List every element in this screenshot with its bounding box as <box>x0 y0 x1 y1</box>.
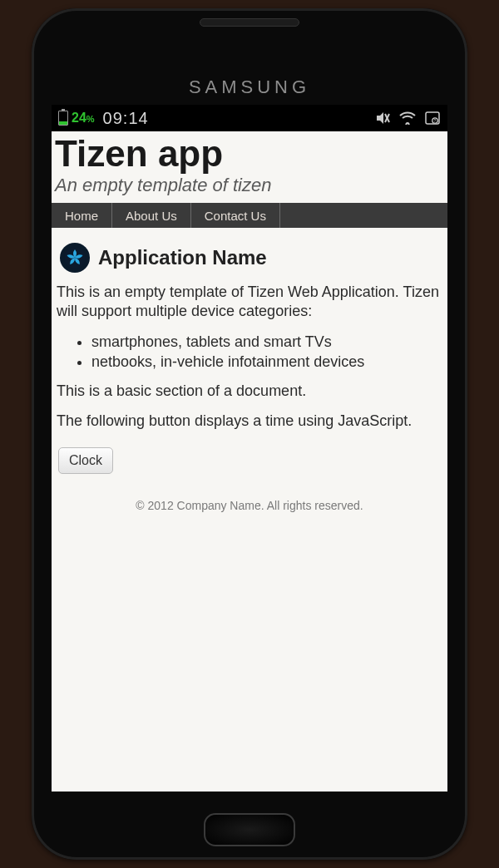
screen: 24% 09:14 ? Tizen app An empty template … <box>52 105 447 792</box>
nav-about[interactable]: About Us <box>112 203 191 228</box>
battery-icon <box>58 111 68 126</box>
nav-home[interactable]: Home <box>52 203 112 228</box>
sync-icon: ? <box>424 111 441 126</box>
percent-sign: % <box>86 114 95 124</box>
battery-fill <box>59 121 67 125</box>
button-description: The following button displays a time usi… <box>57 412 442 431</box>
vibrate-icon <box>374 111 391 126</box>
app-viewport: Tizen app An empty template of tizen Hom… <box>52 133 447 512</box>
nav-contact[interactable]: Contact Us <box>191 203 280 228</box>
intro-text: This is an empty template of Tizen Web A… <box>57 283 442 322</box>
status-time: 09:14 <box>103 109 149 128</box>
app-logo-icon <box>60 243 90 273</box>
device-list: smartphones, tablets and smart TVs netbo… <box>77 332 447 372</box>
app-header: Application Name <box>60 243 439 273</box>
section-text: This is a basic section of a document. <box>57 382 442 401</box>
list-item: netbooks, in-vehicle infotainment device… <box>91 352 447 372</box>
nav-bar: Home About Us Contact Us <box>52 203 447 228</box>
svg-text:?: ? <box>434 118 437 123</box>
clock-button[interactable]: Clock <box>58 447 113 474</box>
page-title: Tizen app <box>55 133 444 175</box>
status-bar: 24% 09:14 ? <box>52 105 447 131</box>
home-button[interactable] <box>204 813 295 846</box>
footer-text: © 2012 Company Name. All rights reserved… <box>52 499 447 512</box>
battery-percent-value: 24 <box>72 111 86 125</box>
battery-percent: 24% <box>72 111 95 126</box>
wifi-icon <box>399 111 416 125</box>
list-item: smartphones, tablets and smart TVs <box>91 332 447 352</box>
application-name: Application Name <box>98 246 267 269</box>
phone-frame: SAMSUNG 24% 09:14 ? Tizen app An empty t… <box>32 8 467 860</box>
device-brand: SAMSUNG <box>32 76 467 98</box>
speaker-grille <box>200 18 299 27</box>
page-subtitle: An empty template of tizen <box>55 175 444 196</box>
